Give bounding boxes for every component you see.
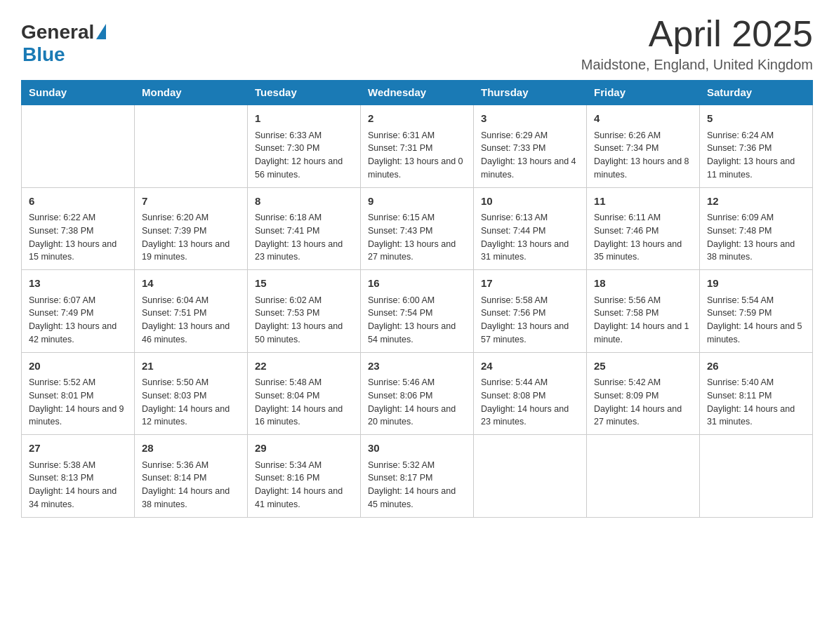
day-number: 26 xyxy=(707,358,805,375)
page-header: General Blue April 2025 Maidstone, Engla… xyxy=(21,14,813,73)
calendar-cell: 17Sunrise: 5:58 AMSunset: 7:56 PMDayligh… xyxy=(474,270,587,353)
calendar-cell: 21Sunrise: 5:50 AMSunset: 8:03 PMDayligh… xyxy=(135,352,248,435)
day-number: 24 xyxy=(481,358,579,375)
day-info: Sunrise: 6:20 AMSunset: 7:39 PMDaylight:… xyxy=(142,211,240,264)
day-number: 8 xyxy=(255,194,353,210)
calendar-cell: 13Sunrise: 6:07 AMSunset: 7:49 PMDayligh… xyxy=(22,270,135,353)
calendar-cell: 9Sunrise: 6:15 AMSunset: 7:43 PMDaylight… xyxy=(361,187,474,270)
location-subtitle: Maidstone, England, United Kingdom xyxy=(581,57,813,73)
day-info: Sunrise: 5:44 AMSunset: 8:08 PMDaylight:… xyxy=(481,376,579,429)
day-number: 11 xyxy=(594,194,692,210)
calendar-cell: 27Sunrise: 5:38 AMSunset: 8:13 PMDayligh… xyxy=(22,435,135,518)
day-number: 15 xyxy=(255,276,353,292)
day-info: Sunrise: 6:15 AMSunset: 7:43 PMDaylight:… xyxy=(368,211,466,264)
calendar-cell: 19Sunrise: 5:54 AMSunset: 7:59 PMDayligh… xyxy=(700,270,813,353)
calendar-cell: 2Sunrise: 6:31 AMSunset: 7:31 PMDaylight… xyxy=(361,105,474,187)
day-number: 29 xyxy=(255,441,353,457)
logo: General Blue xyxy=(21,14,106,66)
calendar-cell: 24Sunrise: 5:44 AMSunset: 8:08 PMDayligh… xyxy=(474,352,587,435)
weekday-header-wednesday: Wednesday xyxy=(361,81,474,105)
month-title: April 2025 xyxy=(581,14,813,54)
weekday-header-sunday: Sunday xyxy=(22,81,135,105)
day-info: Sunrise: 5:56 AMSunset: 7:58 PMDaylight:… xyxy=(594,294,692,347)
day-info: Sunrise: 6:07 AMSunset: 7:49 PMDaylight:… xyxy=(29,294,127,347)
day-info: Sunrise: 6:02 AMSunset: 7:53 PMDaylight:… xyxy=(255,294,353,347)
day-number: 21 xyxy=(142,358,240,375)
day-info: Sunrise: 5:38 AMSunset: 8:13 PMDaylight:… xyxy=(29,459,127,511)
calendar-cell: 15Sunrise: 6:02 AMSunset: 7:53 PMDayligh… xyxy=(248,270,361,353)
day-number: 7 xyxy=(142,194,240,210)
day-info: Sunrise: 6:04 AMSunset: 7:51 PMDaylight:… xyxy=(142,294,240,347)
weekday-header-monday: Monday xyxy=(135,81,248,105)
day-number: 12 xyxy=(707,194,805,210)
calendar-cell: 18Sunrise: 5:56 AMSunset: 7:58 PMDayligh… xyxy=(587,270,700,353)
day-info: Sunrise: 5:34 AMSunset: 8:16 PMDaylight:… xyxy=(255,459,353,511)
calendar-cell xyxy=(22,105,135,187)
day-number: 23 xyxy=(368,358,466,375)
day-info: Sunrise: 5:48 AMSunset: 8:04 PMDaylight:… xyxy=(255,376,353,429)
day-number: 2 xyxy=(368,111,466,127)
calendar-cell: 1Sunrise: 6:33 AMSunset: 7:30 PMDaylight… xyxy=(248,105,361,187)
day-number: 28 xyxy=(142,441,240,457)
day-number: 1 xyxy=(255,111,353,127)
day-info: Sunrise: 5:42 AMSunset: 8:09 PMDaylight:… xyxy=(594,376,692,429)
day-info: Sunrise: 5:50 AMSunset: 8:03 PMDaylight:… xyxy=(142,376,240,429)
calendar-cell: 26Sunrise: 5:40 AMSunset: 8:11 PMDayligh… xyxy=(700,352,813,435)
calendar-week-row: 6Sunrise: 6:22 AMSunset: 7:38 PMDaylight… xyxy=(22,187,813,270)
calendar-week-row: 1Sunrise: 6:33 AMSunset: 7:30 PMDaylight… xyxy=(22,105,813,187)
logo-general-text: General xyxy=(21,21,94,43)
day-number: 25 xyxy=(594,358,692,375)
calendar-body: 1Sunrise: 6:33 AMSunset: 7:30 PMDaylight… xyxy=(22,105,813,517)
day-number: 27 xyxy=(29,441,127,457)
calendar-cell xyxy=(135,105,248,187)
logo-blue-text: Blue xyxy=(22,43,65,66)
day-number: 5 xyxy=(707,111,805,127)
day-number: 13 xyxy=(29,276,127,292)
day-info: Sunrise: 5:40 AMSunset: 8:11 PMDaylight:… xyxy=(707,376,805,429)
day-number: 16 xyxy=(368,276,466,292)
calendar-cell: 5Sunrise: 6:24 AMSunset: 7:36 PMDaylight… xyxy=(700,105,813,187)
day-number: 22 xyxy=(255,358,353,375)
day-number: 6 xyxy=(29,194,127,210)
day-number: 17 xyxy=(481,276,579,292)
calendar-cell xyxy=(700,435,813,518)
day-number: 18 xyxy=(594,276,692,292)
day-info: Sunrise: 5:32 AMSunset: 8:17 PMDaylight:… xyxy=(368,459,466,511)
calendar-cell: 30Sunrise: 5:32 AMSunset: 8:17 PMDayligh… xyxy=(361,435,474,518)
day-info: Sunrise: 6:29 AMSunset: 7:33 PMDaylight:… xyxy=(481,129,579,182)
day-info: Sunrise: 6:11 AMSunset: 7:46 PMDaylight:… xyxy=(594,211,692,264)
day-number: 30 xyxy=(368,441,466,457)
day-info: Sunrise: 6:18 AMSunset: 7:41 PMDaylight:… xyxy=(255,211,353,264)
day-info: Sunrise: 6:22 AMSunset: 7:38 PMDaylight:… xyxy=(29,211,127,264)
day-info: Sunrise: 6:09 AMSunset: 7:48 PMDaylight:… xyxy=(707,211,805,264)
calendar-cell: 4Sunrise: 6:26 AMSunset: 7:34 PMDaylight… xyxy=(587,105,700,187)
day-info: Sunrise: 6:00 AMSunset: 7:54 PMDaylight:… xyxy=(368,294,466,347)
day-info: Sunrise: 5:58 AMSunset: 7:56 PMDaylight:… xyxy=(481,294,579,347)
calendar-cell: 29Sunrise: 5:34 AMSunset: 8:16 PMDayligh… xyxy=(248,435,361,518)
title-section: April 2025 Maidstone, England, United Ki… xyxy=(581,14,813,73)
logo-triangle-icon xyxy=(96,24,106,39)
calendar-week-row: 13Sunrise: 6:07 AMSunset: 7:49 PMDayligh… xyxy=(22,270,813,353)
weekday-header-thursday: Thursday xyxy=(474,81,587,105)
calendar-cell: 6Sunrise: 6:22 AMSunset: 7:38 PMDaylight… xyxy=(22,187,135,270)
calendar-cell: 10Sunrise: 6:13 AMSunset: 7:44 PMDayligh… xyxy=(474,187,587,270)
day-info: Sunrise: 5:52 AMSunset: 8:01 PMDaylight:… xyxy=(29,376,127,429)
calendar-cell xyxy=(474,435,587,518)
day-number: 3 xyxy=(481,111,579,127)
day-number: 19 xyxy=(707,276,805,292)
weekday-header-row: SundayMondayTuesdayWednesdayThursdayFrid… xyxy=(22,81,813,105)
calendar-cell: 7Sunrise: 6:20 AMSunset: 7:39 PMDaylight… xyxy=(135,187,248,270)
calendar-week-row: 27Sunrise: 5:38 AMSunset: 8:13 PMDayligh… xyxy=(22,435,813,518)
day-number: 9 xyxy=(368,194,466,210)
day-info: Sunrise: 5:54 AMSunset: 7:59 PMDaylight:… xyxy=(707,294,805,347)
day-number: 14 xyxy=(142,276,240,292)
weekday-header-saturday: Saturday xyxy=(700,81,813,105)
calendar-week-row: 20Sunrise: 5:52 AMSunset: 8:01 PMDayligh… xyxy=(22,352,813,435)
calendar-cell: 16Sunrise: 6:00 AMSunset: 7:54 PMDayligh… xyxy=(361,270,474,353)
calendar-cell: 3Sunrise: 6:29 AMSunset: 7:33 PMDaylight… xyxy=(474,105,587,187)
calendar-cell: 14Sunrise: 6:04 AMSunset: 7:51 PMDayligh… xyxy=(135,270,248,353)
calendar-cell: 25Sunrise: 5:42 AMSunset: 8:09 PMDayligh… xyxy=(587,352,700,435)
calendar-cell: 11Sunrise: 6:11 AMSunset: 7:46 PMDayligh… xyxy=(587,187,700,270)
day-info: Sunrise: 6:24 AMSunset: 7:36 PMDaylight:… xyxy=(707,129,805,182)
weekday-header-tuesday: Tuesday xyxy=(248,81,361,105)
